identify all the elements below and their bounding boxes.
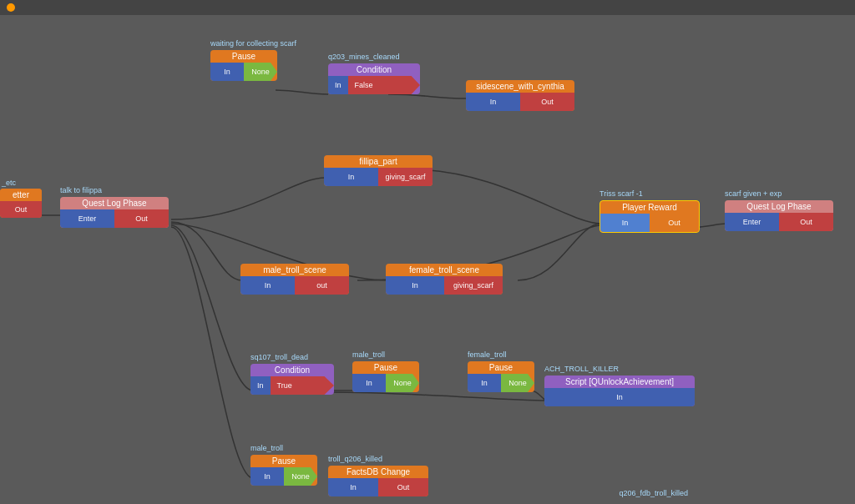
quest-log-right-in-port: Enter (725, 213, 779, 231)
fillipa-part-in-port: In (324, 168, 378, 186)
condition-sq107-node: sq107_troll_dead Condition In True (250, 364, 334, 395)
pause-male-troll-out-port: None (386, 374, 419, 392)
pause-waiting-title: Pause (210, 50, 277, 63)
pause-female-troll-node: female_troll Pause In None (468, 361, 534, 392)
male-troll-scene-out-port: out (295, 276, 349, 295)
quest-log-left-node: talk to filippa Quest Log Phase Enter Ou… (60, 197, 169, 228)
condition-q203-in-port: In (328, 76, 348, 94)
quest-log-right-out-port: Out (779, 213, 833, 231)
pause-female-troll-title: Pause (468, 361, 534, 374)
quest-log-left-out-port: Out (114, 209, 169, 228)
q206-fdb-label: q206_fdb_troll_killed (619, 489, 688, 497)
fillipa-part-node: fillipa_part In giving_scarf (324, 155, 433, 186)
factsdb-change-label: troll_q206_killed (328, 455, 382, 463)
pause-male-troll2-in-port: In (250, 467, 284, 486)
connections-svg (0, 15, 855, 504)
sidescene-cynthia-node: sidescene_with_cynthia In Out (466, 80, 574, 111)
male-troll-scene-title: male_troll_scene (240, 264, 349, 276)
pause-male-troll2-title: Pause (250, 455, 317, 467)
condition-q203-out-port: False (348, 76, 420, 94)
female-troll-scene-title: female_troll_scene (386, 264, 503, 276)
quest-log-left-label: talk to filippa (60, 186, 102, 194)
quest-log-left-title: Quest Log Phase (60, 197, 169, 209)
sidescene-cynthia-out-port: Out (520, 93, 574, 111)
fillipa-part-out-port: giving_scarf (378, 168, 433, 186)
player-reward-title: Player Reward (600, 201, 699, 214)
prev-out-port: Out (0, 201, 42, 218)
male-troll-scene-in-port: In (240, 276, 295, 295)
pause-male-troll2-label: male_troll (250, 444, 283, 452)
quest-log-right-label: scarf given + exp (725, 189, 782, 198)
condition-sq107-title: Condition (250, 364, 334, 376)
script-ach-in-port: In (544, 388, 695, 406)
quest-log-left-in-port: Enter (60, 209, 114, 228)
pause-male-troll2-out-port: None (284, 467, 317, 486)
pause-male-troll2-node: male_troll Pause In None (250, 455, 317, 486)
player-reward-out-port: Out (650, 214, 699, 232)
script-ach-label: ACH_TROLL_KILLER (544, 365, 619, 373)
player-reward-in-port: In (600, 214, 650, 232)
pause-male-troll-title: Pause (352, 361, 419, 374)
factsdb-change-in-port: In (328, 478, 378, 496)
male-troll-scene-node: male_troll_scene In out (240, 264, 349, 295)
prev-node: _etc etter Out (0, 189, 42, 218)
pause-female-troll-in-port: In (468, 374, 501, 392)
script-ach-node: ACH_TROLL_KILLER Script [QUnlockAchievem… (544, 375, 695, 406)
pause-male-troll-label: male_troll (352, 350, 385, 359)
prev-title: etter (0, 189, 42, 201)
condition-q203-label: q203_mines_cleaned (328, 53, 400, 61)
quest-log-right-title: Quest Log Phase (725, 200, 833, 213)
pause-waiting-in-port: In (210, 63, 244, 81)
prev-label: _etc (2, 179, 16, 187)
sidescene-cynthia-title: sidescene_with_cynthia (466, 80, 574, 93)
condition-q203-node: q203_mines_cleaned Condition In False (328, 63, 420, 94)
condition-sq107-out-port: True (271, 376, 334, 395)
condition-sq107-label: sq107_troll_dead (250, 353, 308, 361)
title-dot-orange (7, 3, 15, 12)
factsdb-change-title: FactsDB Change (328, 466, 428, 478)
pause-waiting-label: waiting for collecting scarf (210, 39, 296, 48)
condition-sq107-in-port: In (250, 376, 271, 395)
female-troll-scene-in-port: In (386, 276, 444, 295)
title-bar (0, 0, 855, 15)
canvas: _etc etter Out waiting for collecting sc… (0, 15, 855, 504)
factsdb-change-out-port: Out (378, 478, 428, 496)
pause-male-troll-node: male_troll Pause In None (352, 361, 419, 392)
pause-waiting-node: waiting for collecting scarf Pause In No… (210, 50, 277, 81)
female-troll-scene-out-port: giving_scarf (444, 276, 503, 295)
script-ach-title: Script [QUnlockAchievement] (544, 375, 695, 388)
player-reward-label: Triss scarf -1 (600, 189, 643, 198)
pause-waiting-out-port: None (244, 63, 277, 81)
sidescene-cynthia-in-port: In (466, 93, 520, 111)
quest-log-right-node: scarf given + exp Quest Log Phase Enter … (725, 200, 833, 231)
fillipa-part-title: fillipa_part (324, 155, 433, 168)
player-reward-node: Triss scarf -1 Player Reward In Out (600, 200, 700, 233)
pause-female-troll-label: female_troll (468, 350, 507, 359)
female-troll-scene-node: female_troll_scene In giving_scarf (386, 264, 503, 295)
pause-male-troll-in-port: In (352, 374, 386, 392)
factsdb-change-node: troll_q206_killed FactsDB Change In Out (328, 466, 428, 496)
pause-female-troll-out-port: None (501, 374, 534, 392)
condition-q203-title: Condition (328, 63, 420, 76)
